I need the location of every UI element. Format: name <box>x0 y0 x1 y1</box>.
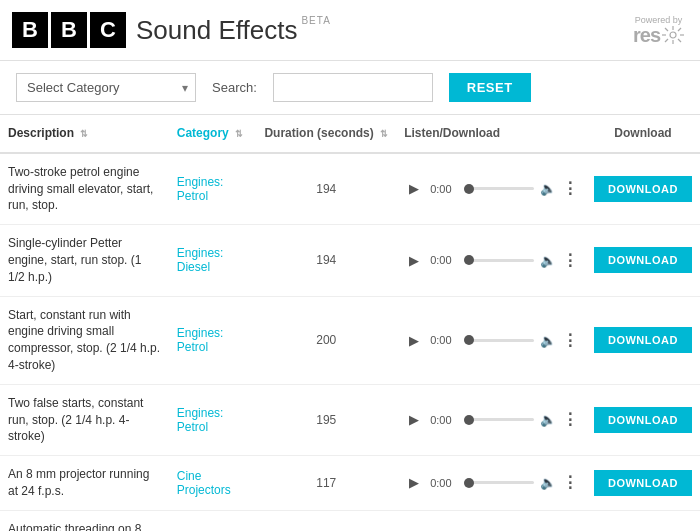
cell-duration: 126 <box>256 510 396 531</box>
sound-effects-table: Description ⇅ Category ⇅ Duration (secon… <box>0 115 700 531</box>
table-body: Two-stroke petrol engine driving small e… <box>0 153 700 531</box>
cell-category: Engines: Petrol <box>169 153 257 225</box>
header: B B C Sound Effects BETA Powered by res <box>0 0 700 61</box>
more-options-icon[interactable]: ⋮ <box>562 331 578 350</box>
cell-download: DOWNLOAD <box>586 456 700 511</box>
cell-listen: ▶ 0:00 🔈 ⋮ <box>396 153 586 225</box>
reset-button[interactable]: RESET <box>449 73 531 102</box>
cell-listen: ▶ 0:00 🔈 ⋮ <box>396 225 586 296</box>
cell-description: Automatic threading on 8 mm projector ru… <box>0 510 169 531</box>
svg-line-7 <box>678 28 681 31</box>
time-label: 0:00 <box>430 183 458 195</box>
table-row: Start, constant run with engine driving … <box>0 296 700 384</box>
more-options-icon[interactable]: ⋮ <box>562 251 578 270</box>
table-row: Automatic threading on 8 mm projector ru… <box>0 510 700 531</box>
volume-icon[interactable]: 🔈 <box>540 333 556 348</box>
svg-line-6 <box>678 39 681 42</box>
more-options-icon[interactable]: ⋮ <box>562 410 578 429</box>
res-icon <box>662 26 684 44</box>
controls-bar: Select Category Search: RESET <box>0 61 700 115</box>
cell-category: Engines: Diesel <box>169 225 257 296</box>
table-row: Two-stroke petrol engine driving small e… <box>0 153 700 225</box>
cell-category: Cine Projectors <box>169 510 257 531</box>
play-button[interactable]: ▶ <box>404 250 424 270</box>
col-header-duration: Duration (seconds) ⇅ <box>256 115 396 153</box>
more-options-icon[interactable]: ⋮ <box>562 473 578 492</box>
volume-icon[interactable]: 🔈 <box>540 475 556 490</box>
cell-description: Single-cylinder Petter engine, start, ru… <box>0 225 169 296</box>
cell-duration: 194 <box>256 225 396 296</box>
sort-arrows-duration[interactable]: ⇅ <box>380 129 388 139</box>
cell-download: DOWNLOAD <box>586 153 700 225</box>
cell-listen: ▶ 0:00 🔈 ⋮ <box>396 510 586 531</box>
download-button[interactable]: DOWNLOAD <box>594 247 692 273</box>
progress-bar[interactable] <box>464 339 534 342</box>
sort-arrows-category[interactable]: ⇅ <box>235 129 243 139</box>
bbc-b2: B <box>51 12 87 48</box>
cell-download: DOWNLOAD <box>586 384 700 455</box>
download-button[interactable]: DOWNLOAD <box>594 407 692 433</box>
cell-duration: 195 <box>256 384 396 455</box>
cell-listen: ▶ 0:00 🔈 ⋮ <box>396 296 586 384</box>
cell-duration: 194 <box>256 153 396 225</box>
cell-download: DOWNLOAD <box>586 225 700 296</box>
sort-arrows-description[interactable]: ⇅ <box>80 129 88 139</box>
cell-category: Engines: Petrol <box>169 296 257 384</box>
download-button[interactable]: DOWNLOAD <box>594 470 692 496</box>
cell-download: DOWNLOAD <box>586 510 700 531</box>
progress-bar[interactable] <box>464 418 534 421</box>
svg-point-0 <box>670 32 676 38</box>
col-header-download: Download <box>586 115 700 153</box>
progress-thumb <box>464 415 474 425</box>
progress-bar[interactable] <box>464 187 534 190</box>
svg-line-5 <box>665 28 668 31</box>
category-select-wrapper[interactable]: Select Category <box>16 73 196 102</box>
cell-description: Start, constant run with engine driving … <box>0 296 169 384</box>
volume-icon[interactable]: 🔈 <box>540 412 556 427</box>
progress-thumb <box>464 184 474 194</box>
site-title: Sound Effects <box>136 17 297 43</box>
res-logo-text: res <box>633 25 660 45</box>
volume-icon[interactable]: 🔈 <box>540 253 556 268</box>
download-button[interactable]: DOWNLOAD <box>594 327 692 353</box>
play-button[interactable]: ▶ <box>404 410 424 430</box>
cell-duration: 117 <box>256 456 396 511</box>
col-header-category: Category ⇅ <box>169 115 257 153</box>
cell-listen: ▶ 0:00 🔈 ⋮ <box>396 456 586 511</box>
table-row: Two false starts, constant run, stop. (2… <box>0 384 700 455</box>
bbc-logo: B B C <box>12 12 126 48</box>
header-left: B B C Sound Effects BETA <box>12 12 331 48</box>
cell-description: An 8 mm projector running at 24 f.p.s. <box>0 456 169 511</box>
time-label: 0:00 <box>430 334 458 346</box>
header-title-wrap: Sound Effects BETA <box>136 17 331 43</box>
search-input[interactable] <box>273 73 433 102</box>
cell-listen: ▶ 0:00 🔈 ⋮ <box>396 384 586 455</box>
progress-thumb <box>464 335 474 345</box>
progress-bar[interactable] <box>464 259 534 262</box>
search-label: Search: <box>212 80 257 95</box>
beta-badge: BETA <box>301 15 330 26</box>
col-header-listen: Listen/Download <box>396 115 586 153</box>
progress-thumb <box>464 478 474 488</box>
volume-icon[interactable]: 🔈 <box>540 181 556 196</box>
cell-category: Engines: Petrol <box>169 384 257 455</box>
time-label: 0:00 <box>430 414 458 426</box>
category-select[interactable]: Select Category <box>16 73 196 102</box>
play-button[interactable]: ▶ <box>404 330 424 350</box>
progress-thumb <box>464 255 474 265</box>
cell-description: Two-stroke petrol engine driving small e… <box>0 153 169 225</box>
play-button[interactable]: ▶ <box>404 473 424 493</box>
cell-download: DOWNLOAD <box>586 296 700 384</box>
svg-line-8 <box>665 39 668 42</box>
more-options-icon[interactable]: ⋮ <box>562 179 578 198</box>
table-header: Description ⇅ Category ⇅ Duration (secon… <box>0 115 700 153</box>
header-title-group: Sound Effects BETA <box>136 17 331 43</box>
table-row: An 8 mm projector running at 24 f.p.s. C… <box>0 456 700 511</box>
download-button[interactable]: DOWNLOAD <box>594 176 692 202</box>
progress-bar[interactable] <box>464 481 534 484</box>
play-button[interactable]: ▶ <box>404 179 424 199</box>
cell-category: Cine Projectors <box>169 456 257 511</box>
cell-duration: 200 <box>256 296 396 384</box>
time-label: 0:00 <box>430 477 458 489</box>
bbc-c: C <box>90 12 126 48</box>
